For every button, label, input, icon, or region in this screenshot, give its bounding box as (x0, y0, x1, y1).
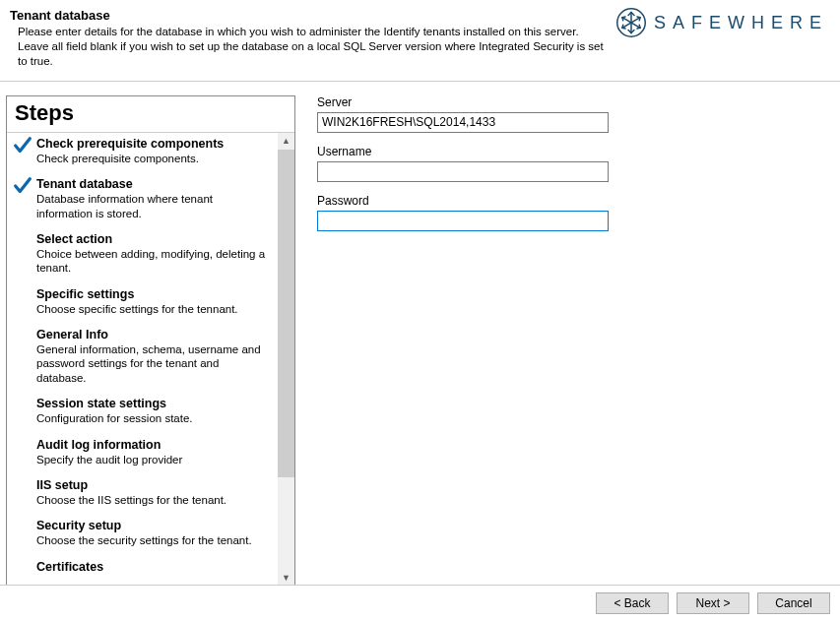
step-desc: Configuration for session state. (36, 411, 272, 425)
step-item: Audit log informationSpecify the audit l… (15, 438, 272, 466)
step-title: Audit log information (36, 438, 272, 452)
svg-line-11 (639, 25, 640, 28)
step-desc: Check prerequisite components. (36, 152, 272, 165)
step-title: Check prerequisite components (36, 137, 272, 151)
page-description: Please enter details for the database in… (18, 25, 611, 69)
step-item: General InfoGeneral information, schema,… (15, 328, 272, 385)
steps-heading: Steps (7, 96, 294, 133)
step-item: IIS setupChoose the IIS settings for the… (15, 478, 272, 507)
step-desc: Choose the security settings for the ten… (36, 533, 272, 547)
step-item: Security setupChoose the security settin… (15, 519, 272, 547)
step-title: General Info (36, 328, 272, 342)
server-label: Server (317, 95, 824, 109)
step-desc: Choice between adding, modifying, deleti… (36, 247, 272, 276)
step-item: Check prerequisite componentsCheck prere… (15, 137, 272, 165)
svg-line-9 (622, 18, 623, 21)
username-row: Username (317, 145, 824, 182)
step-item: Certificates (15, 560, 272, 574)
step-title: Security setup (36, 519, 272, 532)
step-title: Select action (36, 232, 272, 246)
server-input[interactable] (317, 112, 609, 133)
steps-scroll-area: Check prerequisite componentsCheck prere… (7, 133, 294, 587)
step-item: Tenant databaseDatabase information wher… (15, 177, 272, 220)
form-panel: Server Username Password (295, 95, 840, 593)
step-desc: Specify the audit log provider (36, 453, 272, 466)
main-content: Steps Check prerequisite componentsCheck… (0, 82, 840, 593)
password-label: Password (317, 194, 824, 208)
password-row: Password (317, 194, 824, 231)
step-title: Tenant database (36, 177, 272, 191)
brand-logo: SAFEWHERE (616, 8, 828, 37)
svg-line-15 (622, 25, 623, 28)
checkmark-icon (12, 175, 33, 197)
header: Tenant database Please enter details for… (0, 0, 840, 82)
password-input[interactable] (317, 211, 609, 231)
step-desc: Choose the IIS settings for the tenant. (36, 493, 272, 507)
step-title: Specific settings (36, 287, 272, 301)
step-title: IIS setup (36, 478, 272, 492)
scroll-track[interactable] (278, 150, 294, 570)
scrollbar[interactable]: ▲ ▼ (278, 133, 294, 587)
step-item: Select actionChoice between adding, modi… (15, 232, 272, 276)
next-button[interactable]: Next > (677, 592, 749, 614)
cancel-button[interactable]: Cancel (757, 592, 830, 614)
snowflake-icon (616, 8, 646, 37)
username-label: Username (317, 145, 824, 158)
footer: < Back Next > Cancel (0, 585, 840, 621)
step-desc: General information, schema, username an… (36, 342, 272, 385)
username-input[interactable] (317, 161, 609, 182)
header-text: Tenant database Please enter details for… (10, 8, 611, 69)
steps-panel: Steps Check prerequisite componentsCheck… (6, 95, 295, 588)
step-desc: Database information where tenant inform… (36, 192, 272, 220)
steps-list: Check prerequisite componentsCheck prere… (7, 133, 278, 587)
server-row: Server (317, 95, 824, 133)
page-title: Tenant database (10, 8, 611, 23)
checkmark-icon (12, 135, 33, 156)
step-desc: Choose specific settings for the tennant… (36, 302, 272, 316)
step-title: Certificates (36, 560, 272, 574)
step-item: Specific settingsChoose specific setting… (15, 287, 272, 316)
scroll-up-arrow-icon[interactable]: ▲ (278, 133, 294, 150)
step-title: Session state settings (36, 397, 272, 410)
brand-name: SAFEWHERE (654, 13, 828, 33)
scroll-thumb[interactable] (278, 150, 294, 477)
step-item: Session state settingsConfiguration for … (15, 397, 272, 425)
back-button[interactable]: < Back (596, 592, 669, 614)
svg-line-13 (639, 18, 640, 21)
